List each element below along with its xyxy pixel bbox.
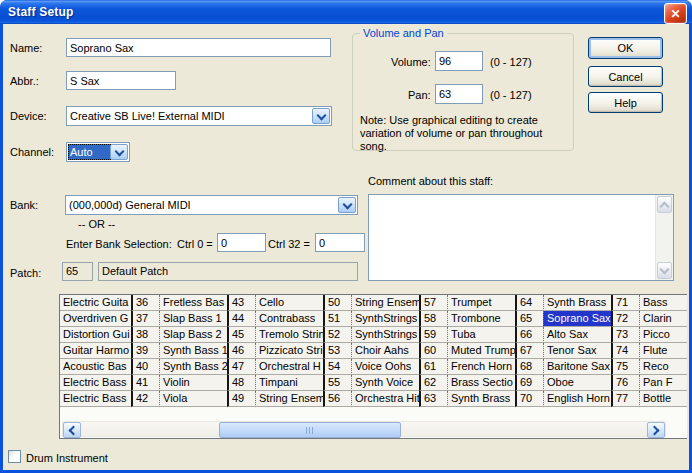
cancel-button[interactable]: Cancel: [588, 66, 663, 87]
scroll-left-button[interactable]: [63, 422, 81, 438]
patch-number-cell[interactable]: 44: [227, 311, 255, 327]
patch-number-cell[interactable]: 72: [611, 311, 639, 327]
pan-input[interactable]: [435, 84, 483, 104]
volume-input[interactable]: [435, 51, 483, 71]
patch-name-cell[interactable]: Slap Bass 1: [159, 311, 227, 327]
patch-number-cell[interactable]: 49: [227, 391, 255, 407]
patch-name-cell[interactable]: Tenor Sax: [543, 343, 611, 359]
patch-number-cell[interactable]: 69: [515, 375, 543, 391]
patch-name-cell[interactable]: Trombone: [447, 311, 515, 327]
patch-name-cell[interactable]: Trumpet: [447, 295, 515, 311]
patch-name-cell[interactable]: Soprano Sax: [543, 311, 611, 327]
patch-name-cell[interactable]: Muted Trump: [447, 343, 515, 359]
patch-number-cell[interactable]: 36: [131, 295, 159, 311]
patch-name-cell[interactable]: Orchestra Hit: [351, 391, 419, 407]
patch-name-cell[interactable]: Bottle: [639, 391, 687, 407]
drum-instrument-checkbox[interactable]: [8, 450, 21, 463]
patch-name-cell[interactable]: Guitar Harmo: [60, 343, 131, 359]
patch-number-cell[interactable]: 39: [131, 343, 159, 359]
patch-name-cell[interactable]: Oboe: [543, 375, 611, 391]
patch-number-cell[interactable]: 37: [131, 311, 159, 327]
patch-number-cell[interactable]: 76: [611, 375, 639, 391]
patch-name-cell[interactable]: String Ensem: [351, 295, 419, 311]
patch-name-cell[interactable]: Voice Oohs: [351, 359, 419, 375]
patch-name-cell[interactable]: SynthStrings: [351, 311, 419, 327]
patch-number-cell[interactable]: 54: [323, 359, 351, 375]
help-button[interactable]: Help: [588, 92, 663, 113]
patch-number-cell[interactable]: 61: [419, 359, 447, 375]
device-combobox[interactable]: Creative SB Live! External MIDI: [66, 106, 332, 126]
channel-combobox[interactable]: Auto: [66, 142, 130, 162]
patch-name-cell[interactable]: Contrabass: [255, 311, 323, 327]
patch-name-cell[interactable]: Synth Brass: [543, 295, 611, 311]
comment-textarea[interactable]: [368, 194, 674, 281]
patch-number-cell[interactable]: 67: [515, 343, 543, 359]
title-bar[interactable]: Staff Setup ✕: [0, 0, 692, 24]
patch-name-cell[interactable]: Choir Aahs: [351, 343, 419, 359]
patch-name-cell[interactable]: Bass: [639, 295, 687, 311]
patch-number-cell[interactable]: 68: [515, 359, 543, 375]
patch-name-cell[interactable]: Synth Bass 2: [159, 359, 227, 375]
patch-number-cell[interactable]: 38: [131, 327, 159, 343]
patch-number-cell[interactable]: 42: [131, 391, 159, 407]
channel-dropdown-button[interactable]: [110, 144, 128, 160]
scroll-down-button[interactable]: [657, 262, 672, 279]
patch-name-cell[interactable]: Electric Guita: [60, 295, 131, 311]
patch-number-cell[interactable]: 75: [611, 359, 639, 375]
patch-number-cell[interactable]: 70: [515, 391, 543, 407]
abbr-input[interactable]: [66, 71, 176, 90]
patch-name-cell[interactable]: English Horn: [543, 391, 611, 407]
ok-button[interactable]: OK: [588, 37, 663, 59]
patch-name-cell[interactable]: Cello: [255, 295, 323, 311]
ctrl32-input[interactable]: [315, 233, 365, 252]
patch-number-cell[interactable]: 46: [227, 343, 255, 359]
patch-name-cell[interactable]: Alto Sax: [543, 327, 611, 343]
patch-name-cell[interactable]: Synth Brass: [447, 391, 515, 407]
patch-name-cell[interactable]: Pan F: [639, 375, 687, 391]
patch-name-cell[interactable]: Flute: [639, 343, 687, 359]
patch-name-cell[interactable]: Overdriven G: [60, 311, 131, 327]
close-button[interactable]: ✕: [664, 3, 687, 24]
patch-name-cell[interactable]: French Horn: [447, 359, 515, 375]
patch-number-cell[interactable]: 59: [419, 327, 447, 343]
patch-number-cell[interactable]: 47: [227, 359, 255, 375]
bank-dropdown-button[interactable]: [338, 197, 356, 213]
patch-number-cell[interactable]: 55: [323, 375, 351, 391]
patch-name-cell[interactable]: String Ensem: [255, 391, 323, 407]
patch-name-cell[interactable]: Slap Bass 2: [159, 327, 227, 343]
patch-number-cell[interactable]: 48: [227, 375, 255, 391]
patch-number-cell[interactable]: 52: [323, 327, 351, 343]
patch-name-cell[interactable]: Violin: [159, 375, 227, 391]
patch-name-cell[interactable]: Synth Bass 1: [159, 343, 227, 359]
patch-number-cell[interactable]: 77: [611, 391, 639, 407]
patch-number-cell[interactable]: 66: [515, 327, 543, 343]
patch-number-cell[interactable]: 57: [419, 295, 447, 311]
patch-name-cell[interactable]: Electric Bass: [60, 375, 131, 391]
patch-number-cell[interactable]: 71: [611, 295, 639, 311]
patch-name-cell[interactable]: Tremolo Strin: [255, 327, 323, 343]
patch-name-cell[interactable]: Timpani: [255, 375, 323, 391]
patch-number-cell[interactable]: 43: [227, 295, 255, 311]
patch-name-cell[interactable]: Picco: [639, 327, 687, 343]
patch-number-cell[interactable]: 62: [419, 375, 447, 391]
patch-number-cell[interactable]: 64: [515, 295, 543, 311]
patch-name-cell[interactable]: Electric Bass: [60, 391, 131, 407]
patch-name-cell[interactable]: Reco: [639, 359, 687, 375]
patch-name-cell[interactable]: Distortion Gui: [60, 327, 131, 343]
patch-number-cell[interactable]: 56: [323, 391, 351, 407]
patch-name-cell[interactable]: Brass Sectio: [447, 375, 515, 391]
bank-combobox[interactable]: (000,000d) General MIDI: [65, 195, 358, 215]
device-dropdown-button[interactable]: [312, 108, 330, 124]
patch-name-cell[interactable]: Baritone Sax: [543, 359, 611, 375]
patch-name-cell[interactable]: Fretless Bas: [159, 295, 227, 311]
patch-number-cell[interactable]: 40: [131, 359, 159, 375]
patch-number-cell[interactable]: 65: [515, 311, 543, 327]
patch-number-cell[interactable]: 50: [323, 295, 351, 311]
patch-table-scrollbar[interactable]: [62, 421, 666, 437]
patch-name-cell[interactable]: Pizzicato Stri: [255, 343, 323, 359]
patch-name-cell[interactable]: Acoustic Bas: [60, 359, 131, 375]
scroll-up-button[interactable]: [657, 196, 672, 213]
ctrl0-input[interactable]: [217, 233, 266, 252]
patch-name-cell[interactable]: Synth Voice: [351, 375, 419, 391]
patch-name-cell[interactable]: Tuba: [447, 327, 515, 343]
